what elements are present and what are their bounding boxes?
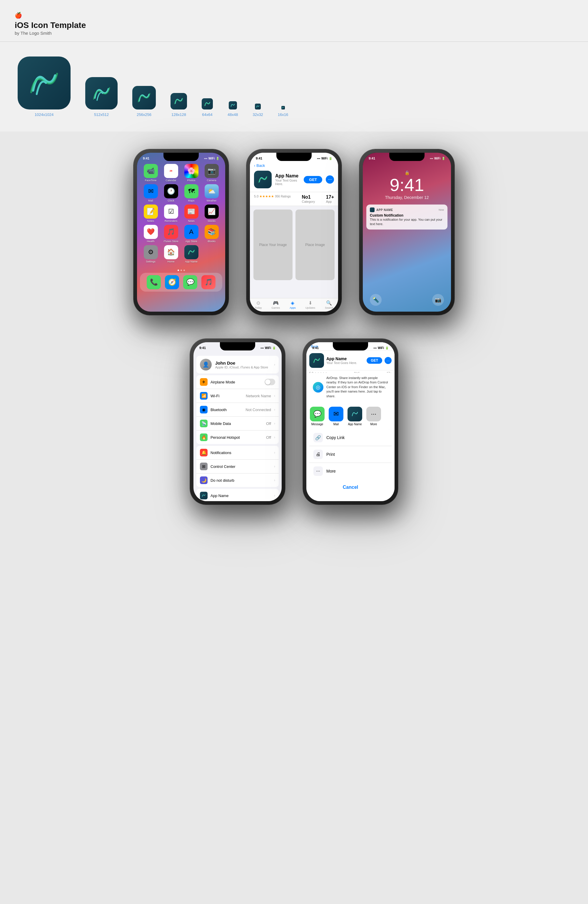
user-info: John Doe Apple ID, iCloud, iTunes & App …: [215, 360, 271, 369]
settings-mobile-data[interactable]: 📡 Mobile Data Off ›: [196, 417, 279, 430]
more-button[interactable]: ···: [326, 175, 334, 183]
notch-2: [276, 153, 312, 161]
apple-logo: 🍎: [15, 12, 573, 19]
home-app-camera[interactable]: 📷 Camera: [203, 164, 220, 182]
maps-label: Maps: [188, 199, 194, 202]
dnd-label: Do not disturb: [211, 478, 271, 483]
app-info-row: App Name Your Text Goes Here. GET ···: [254, 171, 334, 188]
print-icon: 🖨: [314, 450, 323, 459]
notif-header: APP NAME Now: [370, 207, 444, 212]
home-app-weather[interactable]: ⛅ Weather: [203, 184, 220, 202]
airdrop-text: AirDrop. Share instantly with people nea…: [326, 376, 388, 398]
share-app-appname[interactable]: App Name: [347, 407, 362, 426]
updates-label: Updates: [306, 307, 315, 309]
airplane-toggle[interactable]: [265, 379, 275, 385]
app-row-1: 📹 FaceTime 28 Calendar 🌸: [140, 164, 222, 182]
wifi-icon-2: WiFi: [322, 157, 328, 160]
settings-appname[interactable]: App Name ›: [196, 489, 279, 501]
home-app-appname[interactable]: App Name: [183, 245, 200, 263]
settings-control-center[interactable]: ⊞ Control Center ›: [196, 460, 279, 474]
appname-chevron: ›: [274, 493, 275, 498]
settings-dnd[interactable]: 🌙 Do not disturb ›: [196, 474, 279, 487]
dock-messages-icon: 💬: [183, 275, 197, 289]
iphone-frame-1: 9:41 ▪▪▪ WiFi 🔋 📹 FaceTime: [134, 149, 229, 315]
icon-item-64: 64x64: [202, 98, 213, 117]
share-actions: 🔗 Copy Link 🖨 Print ··· More: [309, 429, 392, 479]
apps-icon: ◈: [291, 300, 294, 306]
home-app-ibooks[interactable]: 📚 iBooks: [203, 225, 220, 243]
get-button[interactable]: GET: [304, 176, 322, 183]
dock-messages[interactable]: 💬: [182, 275, 199, 289]
home-app-stocks[interactable]: 📈 Stocks: [203, 204, 220, 223]
flashlight-button[interactable]: 🔦: [370, 294, 381, 306]
camera-lock-button[interactable]: 📷: [432, 294, 444, 306]
cancel-button[interactable]: Cancel: [309, 481, 392, 493]
signal-icon-3: ▪▪▪: [430, 157, 433, 160]
dock-phone[interactable]: 📞: [145, 275, 162, 289]
dock-safari[interactable]: 🧭: [164, 275, 181, 289]
tab-today[interactable]: ⊙ Today: [255, 300, 262, 309]
settings-notifications[interactable]: 🔔 Notifications ›: [196, 446, 279, 460]
icon-sizes-section: 1024x1024 512x512 256x256: [0, 42, 588, 131]
share-app-row: 💬 Message ✉ Mail: [306, 403, 394, 429]
share-app-message[interactable]: 💬 Message: [310, 407, 325, 426]
tab-apps[interactable]: ◈ Apps: [290, 300, 296, 309]
home-app-clock[interactable]: 🕐 Clock: [162, 184, 180, 202]
tab-updates[interactable]: ⬇ Updates: [306, 300, 315, 309]
wifi-icon-3: WiFi: [434, 157, 440, 160]
share-app-more[interactable]: ··· More: [366, 407, 381, 426]
health-icon: ❤️: [144, 225, 158, 239]
home-app-settings[interactable]: ⚙ Settings: [142, 245, 159, 263]
mobile-data-label: Mobile Data: [211, 421, 263, 426]
dnd-icon: 🌙: [200, 476, 208, 484]
home-app-health[interactable]: ❤️ Health: [142, 225, 159, 243]
back-button[interactable]: ‹ Back: [254, 163, 334, 168]
share-app-mail[interactable]: ✉ Mail: [329, 407, 344, 426]
notifications-group: 🔔 Notifications › ⊞ Control Center › 🌙 D…: [196, 446, 279, 487]
share-more-button[interactable]: ···: [385, 357, 392, 364]
home-app-maps[interactable]: 🗺 Maps: [183, 184, 200, 202]
home-app-facetime[interactable]: 📹 FaceTime: [142, 164, 159, 182]
share-action-print[interactable]: 🖨 Print: [309, 446, 392, 463]
share-sheet: ◎ AirDrop. Share instantly with people n…: [306, 373, 394, 501]
settings-hotspot[interactable]: 🔥 Personal Hotspot Off ›: [196, 430, 279, 444]
home-label: Home: [167, 260, 174, 263]
notifications-chevron: ›: [274, 450, 275, 455]
back-label: Back: [256, 163, 265, 168]
news-label: News: [188, 220, 195, 223]
home-app-empty: [203, 245, 220, 263]
airplane-icon: ✈: [200, 378, 208, 386]
home-app-news[interactable]: 📰 News: [183, 204, 200, 223]
page-subtitle: by The Logo Smith: [15, 31, 573, 36]
user-row[interactable]: 👤 John Doe Apple ID, iCloud, iTunes & Ap…: [196, 356, 279, 373]
copylink-icon: 🔗: [314, 433, 323, 442]
home-app-reminders[interactable]: ☑ Reminders: [162, 204, 180, 223]
news-icon: 📰: [184, 204, 199, 219]
signal-icon-4: ▪▪▪: [260, 346, 264, 349]
tab-search[interactable]: 🔍 Search: [325, 300, 333, 309]
home-app-calendar[interactable]: 28 Calendar: [162, 164, 180, 182]
more-share-label: More: [370, 423, 377, 426]
home-app-mail[interactable]: ✉ Mail: [142, 184, 159, 202]
settings-airplane[interactable]: ✈ Airplane Mode: [196, 375, 279, 389]
wifi-settings-icon: 📶: [200, 392, 208, 400]
share-action-more2[interactable]: ··· More: [309, 463, 392, 479]
home-app-notes[interactable]: 📝 Notes: [142, 204, 159, 223]
tab-games[interactable]: 🎮 Games: [271, 300, 280, 309]
icon-label-512: 512x512: [94, 112, 109, 117]
settings-wifi[interactable]: 📶 Wi-Fi Network Name ›: [196, 389, 279, 403]
appstore-screen: 9:41 ▪▪▪ WiFi 🔋 ‹ Back: [250, 153, 338, 311]
share-app-icon: [309, 353, 324, 368]
apps-label: Apps: [290, 307, 296, 309]
share-get-button[interactable]: GET: [367, 357, 382, 364]
home-app-photos[interactable]: 🌸 Photos: [183, 164, 200, 182]
settings-bluetooth[interactable]: ◉ Bluetooth Not Connected ›: [196, 403, 279, 417]
home-app-itunes[interactable]: 🎵 iTunes Store: [162, 225, 180, 243]
dnd-chevron: ›: [274, 478, 275, 482]
dock-music[interactable]: 🎵: [200, 275, 217, 289]
share-action-copylink[interactable]: 🔗 Copy Link: [309, 429, 392, 446]
home-app-appstore[interactable]: A App Store: [183, 225, 200, 243]
home-app-home[interactable]: 🏠 Home: [162, 245, 180, 263]
iphone-frame-2: 9:41 ▪▪▪ WiFi 🔋 ‹ Back: [246, 149, 342, 315]
calendar-label: Calendar: [166, 179, 177, 182]
